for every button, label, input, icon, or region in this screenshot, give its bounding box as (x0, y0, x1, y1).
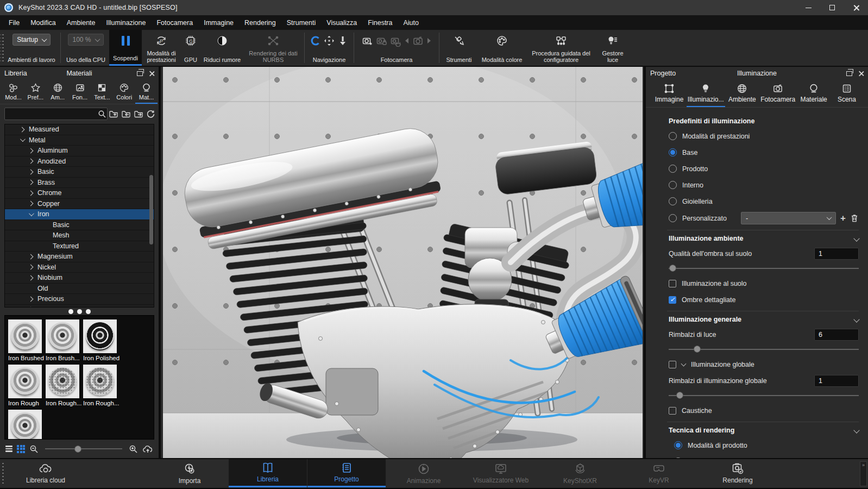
menu-finestra[interactable]: Finestra (362, 19, 398, 27)
light-manager-button[interactable]: Gestore luce (595, 30, 630, 66)
technique-product-mode[interactable]: Modalità di prodotto (674, 440, 859, 451)
chevron-down-icon[interactable] (681, 361, 687, 367)
render-button[interactable]: Rendering (699, 459, 777, 487)
thumbnail-size-slider[interactable] (45, 448, 122, 449)
menu-aiuto[interactable]: Aiuto (398, 19, 424, 27)
project-ribbon-button[interactable]: Progetto (307, 459, 386, 487)
tab-backplates[interactable]: Fon... (69, 81, 91, 104)
cpu-usage-dropdown[interactable]: 100 % (68, 34, 103, 46)
material-item[interactable]: Iron Brush... (46, 319, 83, 365)
refresh-icon[interactable] (146, 109, 155, 118)
tree-item-measured[interactable]: Measured (5, 124, 154, 135)
tree-item-stainless-steel[interactable]: Stainless Steel (5, 305, 154, 308)
nurbs-rendering-button[interactable]: Rendering dei dati NURBS (244, 30, 303, 66)
ground-shadow-quality-input[interactable]: 1 (814, 248, 859, 260)
slider-knob[interactable] (694, 346, 701, 353)
menu-visualizza[interactable]: Visualizza (321, 19, 362, 27)
tree-item-metal[interactable]: Metal (5, 135, 154, 146)
preset-interior[interactable]: Interno (669, 179, 859, 191)
performance-mode-button[interactable]: P Modalità di prestazioni (142, 30, 181, 66)
add-folder-icon[interactable] (109, 109, 119, 118)
orbit-icon[interactable] (310, 35, 321, 46)
next-camera-icon[interactable] (426, 35, 432, 46)
lock-camera-icon[interactable] (376, 35, 387, 47)
ribbon-drag-handle[interactable] (2, 462, 5, 485)
material-item[interactable]: Iron Rough... (46, 365, 83, 410)
gpu-button[interactable]: G GPU (181, 30, 200, 66)
material-item[interactable]: Iron Rough (8, 365, 46, 410)
tree-item-anodized[interactable]: Anodized (5, 156, 154, 167)
ground-shadow-quality-slider[interactable] (669, 265, 859, 272)
grid-view-icon[interactable] (17, 445, 25, 453)
maximize-button[interactable] (820, 0, 844, 15)
camera-icon[interactable] (412, 35, 424, 47)
preset-custom[interactable]: Personalizzato - + (669, 212, 859, 224)
slider-knob[interactable] (676, 392, 683, 399)
library-ribbon-button[interactable]: Libreria (229, 459, 307, 487)
close-panel-icon[interactable] (858, 71, 864, 76)
cloud-library-button[interactable]: Libreria cloud (7, 459, 85, 487)
menu-strumenti[interactable]: Strumenti (281, 19, 322, 27)
trash-icon[interactable] (850, 214, 859, 223)
light-bounces-slider[interactable] (669, 346, 859, 353)
tab-camera[interactable]: Fotocamera (759, 81, 796, 107)
tab-environments[interactable]: Am... (47, 81, 69, 104)
zoom-in-icon[interactable] (129, 444, 138, 454)
ambient-section-title[interactable]: Illuminazione ambiente (669, 235, 859, 242)
menu-file[interactable]: File (3, 19, 25, 27)
ribbon-overflow-button[interactable]: » (860, 461, 867, 486)
gi-bounces-slider[interactable] (669, 392, 859, 399)
keyvr-button[interactable]: KeyVR (620, 459, 698, 487)
reset-camera-icon[interactable] (390, 35, 401, 47)
dolly-icon[interactable] (337, 35, 348, 46)
pagination-dots[interactable] (0, 308, 159, 315)
add-camera-icon[interactable] (362, 35, 373, 47)
pause-button[interactable]: Sospendi (109, 30, 142, 66)
tab-favorites[interactable]: Pref... (24, 81, 47, 104)
ground-illumination-checkbox[interactable]: Illuminazione al suolo (669, 278, 859, 289)
web-viewer-button[interactable]: Visualizzatore Web (462, 459, 540, 487)
slider-knob[interactable] (74, 446, 81, 453)
add-preset-button[interactable]: + (840, 214, 846, 223)
tab-colors[interactable]: Colori (113, 81, 135, 104)
tree-item-iron-mesh[interactable]: Mesh (5, 230, 154, 241)
keyshotxr-button[interactable]: KeyShotXR (541, 459, 619, 487)
animation-button[interactable]: Animazione (385, 459, 463, 487)
tree-item-old[interactable]: Old (5, 284, 154, 294)
import-folder-icon[interactable] (121, 109, 131, 118)
material-item[interactable]: Iron Rough... (83, 365, 121, 410)
tree-item-nickel[interactable]: Nickel (5, 262, 154, 273)
tree-item-magnesium[interactable]: Magnesium (5, 252, 154, 262)
tab-environment[interactable]: Ambiente (726, 81, 758, 107)
material-item[interactable]: Iron Textured (8, 410, 46, 440)
tab-material[interactable]: Materiale (798, 81, 829, 107)
tree-item-niobium[interactable]: Niobium (5, 273, 154, 284)
material-item[interactable]: Iron Polished (83, 319, 121, 365)
close-panel-icon[interactable] (149, 71, 154, 76)
configurator-wizard-button[interactable]: Procedura guidata del configuratore (527, 30, 595, 66)
global-illumination-checkbox[interactable]: Illuminazione globale (669, 359, 859, 370)
menu-modifica[interactable]: Modifica (25, 19, 61, 27)
light-bounces-input[interactable]: 6 (814, 329, 859, 341)
tab-textures[interactable]: Text... (91, 81, 113, 104)
tab-image[interactable]: Immagine (653, 81, 685, 107)
tree-item-basic[interactable]: Basic (5, 167, 154, 178)
tree-item-iron[interactable]: Iron (5, 209, 154, 220)
menu-rendering[interactable]: Rendering (239, 19, 281, 27)
menu-fotocamera[interactable]: Fotocamera (151, 19, 198, 27)
menu-ambiente[interactable]: Ambiente (61, 19, 101, 27)
export-folder-icon[interactable] (134, 109, 144, 118)
preset-performance-mode[interactable]: Modalità di prestazioni (669, 130, 859, 142)
viewport-3d[interactable] (163, 67, 643, 458)
slider-knob[interactable] (669, 265, 676, 272)
tab-lighting[interactable]: Illuminazio... (687, 81, 725, 107)
workspace-dropdown[interactable]: Startup (12, 34, 51, 46)
preset-product[interactable]: Prodotto (669, 163, 859, 174)
caustics-checkbox[interactable]: Caustiche (669, 405, 859, 416)
menu-immagine[interactable]: Immagine (198, 19, 239, 27)
upload-icon[interactable] (142, 444, 153, 454)
float-panel-icon[interactable] (846, 71, 852, 76)
float-panel-icon[interactable] (137, 71, 143, 76)
toolbar-drag-handle[interactable] (1, 32, 4, 64)
tree-item-iron-basic[interactable]: Basic (5, 220, 154, 231)
